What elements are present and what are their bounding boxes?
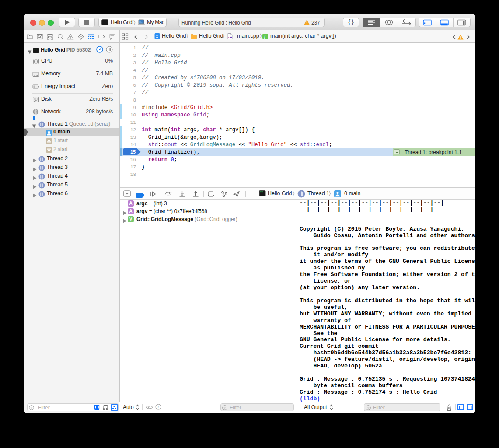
svg-text:c+: c+ xyxy=(228,35,232,39)
svg-text:i: i xyxy=(158,405,159,409)
